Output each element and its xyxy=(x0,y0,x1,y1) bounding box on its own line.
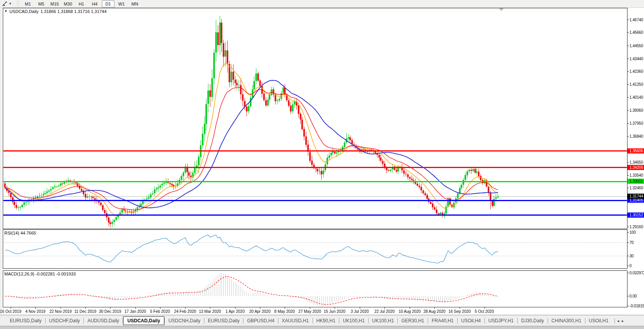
application-window: ▼ M1M5M15M30H1H4D1W1MN ▼ USDCAD,Daily 1.… xyxy=(0,0,644,329)
price-axis-label: 1.39060 xyxy=(629,108,643,113)
tab-scroll-right-icon[interactable]: ▸ xyxy=(622,318,624,323)
price-line-badge: 1.33011 xyxy=(627,179,644,184)
date-axis-label: 16 Oct 2019 xyxy=(0,309,21,314)
tab-uk100-h1[interactable]: UK100,H1 xyxy=(339,316,368,325)
date-axis-label: 24 Feb 2020 xyxy=(174,309,196,314)
tab-dj30-daily[interactable]: DJ30,Daily xyxy=(518,316,548,325)
price-axis-label: 1.32460 xyxy=(629,186,643,190)
date-axis-label: 17 Jan 2020 xyxy=(124,309,146,314)
pane-splitter-rsi[interactable] xyxy=(0,228,644,230)
price-line-badge: 1.30152 xyxy=(627,213,644,218)
date-axis-label: 8 May 2020 xyxy=(274,309,295,314)
macd-indicator-label: MACD(12,26,9) -0.002281 -0.001933 xyxy=(4,272,76,276)
toolbar-grip[interactable] xyxy=(17,1,19,7)
date-axis-label: 22 Nov 2019 xyxy=(50,309,72,314)
crosshair-cursor-icon xyxy=(2,1,8,7)
current-price-badge: 1.31744 xyxy=(627,194,644,199)
rsi-indicator-label: RSI(14) 44.7665 xyxy=(4,231,36,235)
price-line-badge: 1.35606 xyxy=(627,148,644,153)
tab-usoil-h1[interactable]: USOil,H1 xyxy=(585,316,612,325)
timeframe-toolbar: ▼ M1M5M15M30H1H4D1W1MN xyxy=(0,0,644,8)
date-axis-label: 5 Oct 2020 xyxy=(475,309,494,314)
tab-uk100-h1[interactable]: UK100,H1 xyxy=(369,316,397,325)
tab-china300-h1[interactable]: CHINA300,H1 xyxy=(548,316,585,325)
price-axis-label: 1.44550 xyxy=(629,44,643,48)
cursor-tool-button[interactable]: ▼ xyxy=(0,1,15,7)
price-axis-label: 1.41250 xyxy=(629,82,643,87)
date-axis-label: 3 Jul 2020 xyxy=(351,309,369,314)
chart-title: ▼ USDCAD,Daily 1.31866 1.31868 1.31716 1… xyxy=(4,9,107,14)
price-axis-label: 1.45660 xyxy=(629,30,643,35)
price-axis-label: 1.33540 xyxy=(629,173,643,177)
timeframe-button-d1[interactable]: D1 xyxy=(102,0,114,7)
tab-eurusd-daily[interactable]: EURUSD,Daily xyxy=(204,316,243,325)
chart-symbol-label: USDCAD,Daily xyxy=(9,9,39,14)
price-axis-label: 1.36840 xyxy=(629,134,643,139)
rsi-axis-label: 100 xyxy=(629,230,636,235)
date-axis-label: 5 Feb 2020 xyxy=(150,309,170,314)
macd-axis-label: 0.00 xyxy=(629,294,637,298)
price-axis-label: 1.37950 xyxy=(629,121,643,126)
price-axis-label: 1.43440 xyxy=(629,57,643,61)
date-axis-label: 10 Aug 2020 xyxy=(399,309,421,314)
timeframe-button-h4[interactable]: H4 xyxy=(88,0,101,7)
date-axis-label: 15 Jun 2020 xyxy=(324,309,345,314)
tab-hk50-h1[interactable]: HK50,H1 xyxy=(313,316,339,325)
rsi-axis-label: 30 xyxy=(629,254,634,258)
timeframe-button-m30[interactable]: M30 xyxy=(62,0,74,7)
timeframe-button-m5[interactable]: M5 xyxy=(35,0,48,7)
tab-usdjpy-h1[interactable]: USDJPY,H1 xyxy=(485,316,517,325)
date-axis-label: 20 Apr 2020 xyxy=(249,309,270,314)
tab-scroll-left-icon[interactable]: ◂ xyxy=(617,318,620,323)
tab-usoil-h4[interactable]: USOil,H4 xyxy=(458,316,484,325)
tab-ger30-h1[interactable]: GER30,H1 xyxy=(398,316,428,325)
chart-shift-marker-icon xyxy=(499,8,504,11)
tab-usdchf-daily[interactable]: USDCHF,Daily xyxy=(46,316,84,325)
macd-axis-label: -0.018154 xyxy=(629,304,644,308)
macd-axis-label: 0.032972 xyxy=(629,271,644,275)
symbol-tab-bar: EURUSD,DailyUSDCHF,DailyAUDUSD,DailyUSDC… xyxy=(0,315,644,326)
chart-ohlc-values: 1.31866 1.31868 1.31716 1.31744 xyxy=(40,9,107,14)
date-axis-label: 22 Jul 2020 xyxy=(374,309,395,314)
symbol-tabs: EURUSD,DailyUSDCHF,DailyAUDUSD,DailyUSDC… xyxy=(6,316,612,325)
status-bar xyxy=(0,326,644,329)
timeframe-button-h1[interactable]: H1 xyxy=(75,0,88,7)
rsi-axis-label: 0 xyxy=(629,264,631,268)
rsi-axis-label: 70 xyxy=(629,240,634,245)
price-chart-canvas[interactable] xyxy=(0,0,644,329)
price-axis-label: 1.46740 xyxy=(629,18,643,22)
date-axis-label: 27 May 2020 xyxy=(298,309,321,314)
price-axis-label: 1.34650 xyxy=(629,160,643,164)
tab-scroll-arrows: ◂ ▸ xyxy=(615,318,624,323)
tab-usdcnh-daily[interactable]: USDCNH,Daily xyxy=(165,316,204,325)
tab-xauusd-h1[interactable]: XAUUSD,H1 xyxy=(278,316,313,325)
tab-eurusd-daily[interactable]: EURUSD,Daily xyxy=(6,316,45,325)
date-axis-label: 16 Sep 2020 xyxy=(449,309,471,314)
price-line-badge: 1.34206 xyxy=(627,165,644,170)
tab-gbpusd-h4[interactable]: GBPUSD,H4 xyxy=(243,316,278,325)
timeframe-button-w1[interactable]: W1 xyxy=(115,0,128,7)
date-axis-label: 1 Apr 2020 xyxy=(226,309,245,314)
chevron-down-icon[interactable]: ▼ xyxy=(9,2,12,6)
price-axis-label: 1.42360 xyxy=(629,69,643,74)
date-axis-label: 30 Dec 2019 xyxy=(99,309,121,314)
pane-splitter-macd[interactable] xyxy=(0,268,644,270)
timeframe-button-m1[interactable]: M1 xyxy=(22,0,34,7)
date-axis-label: 11 Dec 2019 xyxy=(74,309,96,314)
timeframe-buttons: M1M5M15M30H1H4D1W1MN xyxy=(21,0,142,7)
price-axis-label: 1.40140 xyxy=(629,95,643,100)
date-axis-label: 4 Nov 2019 xyxy=(25,309,45,314)
timeframe-button-mn[interactable]: MN xyxy=(129,0,141,7)
timeframe-button-m15[interactable]: M15 xyxy=(48,0,61,7)
tab-audusd-daily[interactable]: AUDUSD,Daily xyxy=(84,316,123,325)
tab-fra40-h1[interactable]: FRA40,H1 xyxy=(428,316,457,325)
date-axis-label: 13 Mar 2020 xyxy=(199,309,221,314)
tab-usdcad-daily[interactable]: USDCAD,Daily xyxy=(123,316,164,325)
symbol-marker-icon: ▼ xyxy=(4,9,7,13)
date-axis-label: 28 Aug 2020 xyxy=(423,309,445,314)
